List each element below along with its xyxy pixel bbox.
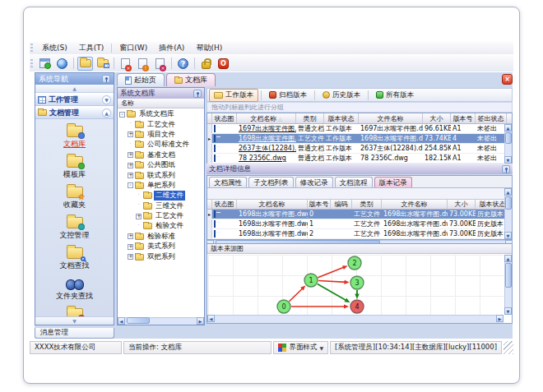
column-header[interactable]: 版本号 <box>451 113 476 123</box>
toolbar-grip[interactable] <box>30 59 33 68</box>
expand-icon[interactable] <box>128 173 133 178</box>
tree-node[interactable]: 检验文件 <box>118 221 204 231</box>
scroll-down-icon[interactable]: ▼ <box>504 156 512 164</box>
tab-start-page[interactable]: 起始页 <box>117 73 165 86</box>
version-graph-canvas[interactable]: 0 1 2 3 4 <box>208 255 504 315</box>
tree-node-selected[interactable]: 二维文件 <box>118 191 204 201</box>
menu-tools[interactable]: 工具(T) <box>73 42 110 54</box>
sidebar-section-work[interactable]: 工作管理 ▼ <box>35 93 114 106</box>
pin-icon[interactable] <box>502 165 510 173</box>
scroll-up-icon[interactable]: ▲ <box>504 188 512 196</box>
help-button[interactable]: ? <box>175 57 191 71</box>
expand-icon[interactable] <box>128 254 133 260</box>
column-header[interactable]: 签出状态 <box>476 113 507 123</box>
table-row[interactable]: 1698出水嘴零件图.dwg 1 工艺文件 1698出水嘴零件图.dwg 73.… <box>207 219 512 229</box>
table-row[interactable]: 1697出水嘴零件图.dwg 普通文档 工作版本 1697出水嘴零件图.dwg … <box>207 124 512 134</box>
column-header[interactable]: 版本状态 <box>324 113 359 123</box>
tree-node[interactable]: 双把系列 <box>118 251 204 261</box>
tree-node[interactable]: 工艺文件 <box>118 211 204 221</box>
doc-table-vscrollbar[interactable]: ▲ ▼ <box>504 124 512 164</box>
sidebar-item-doc-control[interactable]: 文控管理 <box>35 213 114 243</box>
tab-doc-library[interactable]: 文档库 <box>166 73 216 86</box>
tree-node[interactable]: 美式系列 <box>118 242 204 251</box>
expand-icon[interactable] <box>128 233 133 239</box>
doc-remove-button[interactable] <box>152 57 168 71</box>
column-header[interactable]: 版本号 <box>308 200 331 209</box>
sidebar-item-favorites[interactable]: ★ 收藏夹 <box>35 182 114 213</box>
pin-icon[interactable] <box>102 75 110 83</box>
table-row[interactable]: 78 2356C.dwg 普通文档 工作版本 78 2356C.dwg 182.… <box>207 154 512 164</box>
version-table-vscrollbar[interactable]: ▲ ▼ <box>504 188 512 239</box>
doc-name-link[interactable]: 1698出水嘴零件图.dwg <box>237 134 296 143</box>
lock-button[interactable] <box>198 57 214 71</box>
exit-button[interactable]: O <box>216 57 231 71</box>
column-header[interactable]: 编码 <box>331 200 352 209</box>
scroll-down-icon[interactable]: ▼ <box>504 307 512 315</box>
tab-doc-flow[interactable]: 文档流程 <box>335 177 373 187</box>
doc-name-link[interactable]: 1697出水嘴零件图.dwg <box>237 124 296 133</box>
graph-vscrollbar[interactable]: ▲ ▼ <box>504 255 512 315</box>
column-header[interactable]: 大小 <box>423 113 451 123</box>
menu-plugins[interactable]: 插件(A) <box>153 42 190 54</box>
sidebar-item-doc-search[interactable]: 文档查找 <box>35 243 114 274</box>
column-header[interactable]: 大小 <box>448 200 476 209</box>
scroll-right-icon[interactable]: ▶ <box>197 317 204 325</box>
doc-alert-button[interactable] <box>135 57 151 71</box>
scroll-down-icon[interactable]: ▼ <box>504 232 512 239</box>
doc-name-link[interactable]: 2637主体(12284).dwg <box>237 144 296 153</box>
resize-grip[interactable] <box>504 341 513 354</box>
close-icon[interactable]: × <box>502 74 513 85</box>
archive-version-button[interactable]: 归档版本 <box>264 89 312 102</box>
expand-icon[interactable] <box>128 163 133 168</box>
tree-hscrollbar[interactable]: ◀ ▶ <box>118 317 204 325</box>
tab-doc-properties[interactable]: 文档属性 <box>209 177 247 187</box>
globe-button[interactable] <box>54 57 70 71</box>
scroll-thumb[interactable] <box>505 132 512 144</box>
tab-subdoc-list[interactable]: 子文档列表 <box>248 177 294 187</box>
column-header[interactable]: 类别 <box>296 113 324 123</box>
tree-node[interactable]: 工艺文件 <box>118 119 204 129</box>
tab-modify-record[interactable]: 修改记录 <box>295 177 333 187</box>
chevron-down-icon[interactable]: ▼ <box>102 95 111 104</box>
tree-node[interactable]: 公共图纸 <box>118 160 204 170</box>
tree-node[interactable]: 检验标准 <box>118 232 204 242</box>
all-versions-button[interactable]: 所有版本 <box>371 89 419 102</box>
column-header[interactable]: 文件名称 <box>359 113 423 123</box>
tree-node[interactable]: 基准文档 <box>118 150 204 160</box>
interface-style-button[interactable]: 界面样式 ▼ <box>273 341 328 354</box>
table-row[interactable]: 2637主体(12284).dwg 普通文档 工作版本 2637主体(12284… <box>207 144 512 154</box>
scroll-left-icon[interactable]: ◀ <box>207 315 215 322</box>
tree-node[interactable]: 项目文件 <box>118 130 204 140</box>
folder-list-button[interactable] <box>95 57 110 71</box>
tree-node[interactable]: 公司标准文件 <box>118 140 204 150</box>
tree-node[interactable]: 三维文件 <box>118 201 204 211</box>
expand-icon[interactable] <box>128 244 133 250</box>
collapse-icon[interactable] <box>119 112 125 118</box>
sidebar-section-documents[interactable]: 文档管理 ▲ <box>35 106 114 119</box>
tree-node[interactable]: 联式系列 <box>118 170 204 180</box>
table-row[interactable]: 1698出水嘴零件图.dwg 2 工艺文件 1698出水嘴零件图.dwg 73.… <box>207 229 512 239</box>
toolbar-grip[interactable] <box>30 44 33 53</box>
collapse-icon[interactable] <box>128 182 133 188</box>
history-version-button[interactable]: 历史版本 <box>318 89 365 102</box>
scroll-thumb[interactable] <box>505 263 512 288</box>
menu-system[interactable]: 系统(S) <box>36 42 73 54</box>
column-header[interactable]: 状态图 <box>212 113 237 123</box>
expand-icon[interactable] <box>136 214 142 219</box>
sidebar-item-checked-out-docs[interactable]: ✓ 签出的文档 <box>35 304 114 316</box>
graph-hscrollbar[interactable]: ◀ ▶ <box>207 315 504 323</box>
column-header[interactable]: 文档名称 <box>237 200 308 209</box>
sidebar-item-doc-library[interactable]: 文档库 <box>35 122 114 152</box>
column-header[interactable]: 类别 <box>352 200 382 209</box>
tree-column-header[interactable]: 名称 <box>118 99 204 108</box>
scroll-up-icon[interactable]: ▲ <box>504 255 512 262</box>
expand-icon[interactable] <box>128 131 133 137</box>
scroll-down-strip[interactable]: ▼ <box>35 316 114 325</box>
column-header[interactable]: 状态图 <box>212 200 237 209</box>
scroll-up-strip[interactable]: ▲ <box>35 85 114 93</box>
scroll-thumb[interactable] <box>505 196 512 210</box>
scroll-left-icon[interactable]: ◀ <box>118 317 125 325</box>
folder-window-button[interactable] <box>77 57 93 71</box>
scroll-up-icon[interactable]: ▲ <box>504 124 512 131</box>
message-management-tab[interactable]: 消息管理 <box>35 328 114 339</box>
